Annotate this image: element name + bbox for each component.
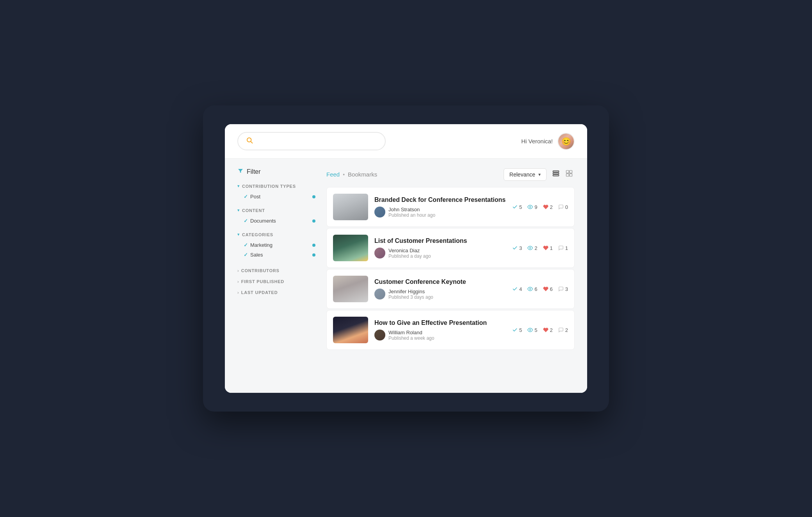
search-icon <box>246 137 253 146</box>
avatar: 😊 <box>557 133 575 150</box>
contribution-types-title: CONTRIBUTION TYPES <box>242 184 296 189</box>
thumbnail-image <box>333 276 368 302</box>
contributors-section[interactable]: › CONTRIBUTORS <box>237 266 315 275</box>
sort-chevron-icon: ▾ <box>538 172 541 177</box>
stat-comments: 0 <box>558 204 568 210</box>
svg-point-10 <box>530 247 531 249</box>
list-view-button[interactable] <box>550 168 561 181</box>
filter-item-marketing[interactable]: ✓ Marketing <box>237 241 315 249</box>
card-stats: 4 6 6 3 <box>512 286 568 292</box>
author-details: John Stratson Published an hour ago <box>388 207 435 218</box>
table-row[interactable]: Branded Deck for Conference Presentation… <box>326 187 575 227</box>
author-time: Published 3 days ago <box>388 294 433 300</box>
author-name: Veronica Diaz <box>388 248 431 253</box>
view-count: 2 <box>534 245 537 251</box>
card-author: John Stratson Published an hour ago <box>374 207 506 218</box>
author-avatar <box>374 289 385 300</box>
contribution-types-header[interactable]: ▾ CONTRIBUTION TYPES <box>237 184 315 189</box>
svg-rect-3 <box>553 173 559 174</box>
view-count: 9 <box>534 204 537 210</box>
categories-section: ▾ CATEGORIES ✓ Marketing ✓ Sales <box>237 232 315 259</box>
author-avatar <box>374 330 385 341</box>
check-icon-sales: ✓ <box>244 252 248 258</box>
content-header[interactable]: ▾ CONTENT <box>237 208 315 213</box>
categories-header[interactable]: ▾ CATEGORIES <box>237 232 315 237</box>
grid-view-button[interactable] <box>564 168 575 181</box>
stat-checks: 3 <box>512 245 522 251</box>
author-time: Published a week ago <box>388 335 434 341</box>
first-published-section[interactable]: › FIRST PUBLISHED <box>237 277 315 286</box>
check-icon-documents: ✓ <box>244 218 248 224</box>
main-content: Filter ▾ CONTRIBUTION TYPES ✓ Post <box>225 159 587 393</box>
svg-point-9 <box>530 206 531 208</box>
thumbnail-image <box>333 235 368 261</box>
stat-comments: 3 <box>558 286 568 292</box>
thumbnail-image <box>333 317 368 343</box>
last-updated-section[interactable]: › LAST UPDATED <box>237 288 315 297</box>
stat-checks: 5 <box>512 327 522 333</box>
content-section: ▾ CONTENT ✓ Documents <box>237 208 315 225</box>
search-bar[interactable]: Conference Presentations <box>237 132 386 150</box>
filter-item-documents[interactable]: ✓ Documents <box>237 217 315 225</box>
search-input[interactable]: Conference Presentations <box>257 138 377 144</box>
card-stats: 3 2 1 1 <box>512 245 568 251</box>
tab-bookmarks[interactable]: Bookmarks <box>348 171 377 178</box>
svg-rect-2 <box>553 171 559 172</box>
filter-label: Filter <box>247 168 261 175</box>
author-avatar <box>374 248 385 258</box>
filter-dot-sales <box>312 253 315 257</box>
check-count: 3 <box>519 245 522 251</box>
card-title: Branded Deck for Conference Presentation… <box>374 196 506 203</box>
svg-rect-4 <box>553 175 559 176</box>
filter-label-marketing: Marketing <box>250 242 272 248</box>
tab-feed[interactable]: Feed <box>326 171 340 178</box>
last-updated-toggle: › <box>237 290 239 295</box>
stat-views: 9 <box>527 204 537 210</box>
filter-icon <box>237 168 244 176</box>
card-title: List of Customer Presentations <box>374 237 506 244</box>
filter-item-sales[interactable]: ✓ Sales <box>237 251 315 259</box>
table-row[interactable]: How to Give an Effective Presentation Wi… <box>326 310 575 350</box>
svg-rect-8 <box>570 174 572 176</box>
card-thumbnail <box>333 317 368 343</box>
filter-label-post: Post <box>250 194 260 200</box>
sort-controls: Relevance ▾ <box>504 168 575 181</box>
card-info: Customer Conference Keynote Jennifer Hig… <box>374 278 506 300</box>
card-title: Customer Conference Keynote <box>374 278 506 285</box>
stat-views: 5 <box>527 327 537 333</box>
avatar-image: 😊 <box>558 134 574 149</box>
author-time: Published a day ago <box>388 253 431 259</box>
author-name: Jennifer Higgins <box>388 289 433 294</box>
filter-label-documents: Documents <box>250 218 276 224</box>
heart-count: 6 <box>550 286 553 292</box>
author-details: William Roland Published a week ago <box>388 330 434 341</box>
stat-hearts: 1 <box>543 245 553 251</box>
stat-hearts: 2 <box>543 204 553 210</box>
filter-dot-documents <box>312 219 315 223</box>
heart-count: 1 <box>550 245 553 251</box>
filter-item-post[interactable]: ✓ Post <box>237 193 315 201</box>
card-stats: 5 9 2 0 <box>512 204 568 210</box>
sort-dropdown[interactable]: Relevance ▾ <box>504 168 547 181</box>
filter-label-sales: Sales <box>250 252 263 258</box>
contribution-types-section: ▾ CONTRIBUTION TYPES ✓ Post <box>237 184 315 201</box>
categories-toggle: ▾ <box>237 232 240 237</box>
first-published-title: FIRST PUBLISHED <box>241 279 284 284</box>
svg-point-12 <box>530 329 531 331</box>
table-row[interactable]: Customer Conference Keynote Jennifer Hig… <box>326 269 575 309</box>
content-title: CONTENT <box>242 208 265 213</box>
device-frame: Conference Presentations Hi Veronica! 😊 <box>203 105 609 412</box>
comment-count: 1 <box>565 245 568 251</box>
user-greeting: Hi Veronica! 😊 <box>521 133 575 150</box>
card-info: Branded Deck for Conference Presentation… <box>374 196 506 218</box>
contributors-toggle: › <box>237 268 239 273</box>
stat-checks: 4 <box>512 286 522 292</box>
comment-count: 2 <box>565 327 568 333</box>
author-name: John Stratson <box>388 207 435 212</box>
author-details: Jennifer Higgins Published 3 days ago <box>388 289 433 300</box>
thumbnail-image <box>333 194 368 220</box>
last-updated-title: LAST UPDATED <box>241 290 278 295</box>
author-details: Veronica Diaz Published a day ago <box>388 248 431 259</box>
results-list: Branded Deck for Conference Presentation… <box>326 187 575 350</box>
table-row[interactable]: List of Customer Presentations Veronica … <box>326 228 575 268</box>
